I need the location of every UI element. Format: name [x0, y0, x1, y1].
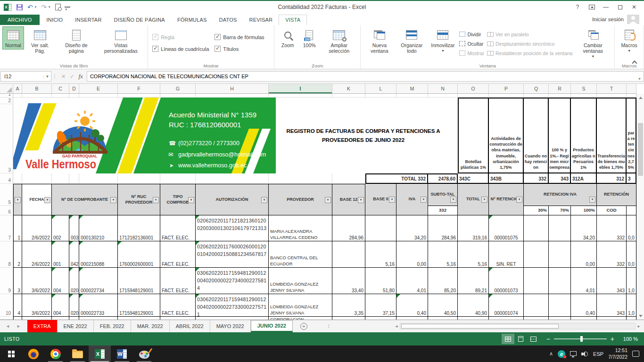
column-header-u[interactable]: [627, 84, 636, 93]
cell-tipo-row3[interactable]: FACT. ELEC.: [160, 268, 196, 294]
header-total[interactable]: TOTAL: [458, 184, 489, 215]
cell-nret-row2[interactable]: SIN. RET: [489, 241, 524, 268]
report-title[interactable]: REGISTRO DE FACTURAS DE COMPRA Y RETENCI…: [269, 98, 458, 173]
cell-code-6[interactable]: 312: [597, 173, 627, 184]
header-ruc[interactable]: Nº RUC PROVEEDOR: [118, 184, 160, 215]
cell-c2-row1[interactable]: 003: [69, 215, 79, 241]
cell-code-3[interactable]: 332: [524, 173, 549, 184]
undo-dropdown-icon[interactable]: ▾: [35, 5, 37, 9]
ribbon-tab-dise-o-de-p-gina[interactable]: DISEÑO DE PÁGINA: [108, 15, 171, 25]
header-tipo[interactable]: TIPO COMPROB: [160, 184, 196, 215]
hide-button[interactable]: Ocultar: [459, 40, 484, 48]
cell-code-7[interactable]: 3: [627, 173, 636, 184]
expand-formula-bar-icon[interactable]: ▼: [636, 71, 644, 82]
tax-header-cell-2[interactable]: Actividades de construcción de obra mate…: [489, 98, 524, 173]
column-header-C[interactable]: C: [52, 84, 69, 93]
normal-view-shortcut[interactable]: [502, 334, 514, 344]
cell-total-row3[interactable]: 89,21: [458, 268, 489, 294]
tab-scroll-right-icon[interactable]: ►: [17, 324, 21, 329]
horizontal-scrollbar[interactable]: ◄ ►: [393, 322, 642, 330]
tab-bar-splitter[interactable]: ⁞: [328, 324, 330, 329]
keyboard-language[interactable]: ESP: [593, 351, 603, 357]
filter-button[interactable]: [516, 197, 522, 203]
row-header-6[interactable]: 6: [0, 206, 13, 215]
cell-fecha-row1[interactable]: 2/6/2022: [22, 215, 52, 241]
cell-aut-row2[interactable]: 0206202201176000260001200104200021508812…: [196, 241, 269, 268]
cell-nret-row3[interactable]: 000001073: [489, 268, 524, 294]
ribbon-tab-inicio[interactable]: INICIO: [41, 15, 69, 25]
filter-button[interactable]: [261, 197, 267, 203]
zoom-button[interactable]: Zoom: [277, 26, 298, 49]
scroll-right-icon[interactable]: ►: [636, 324, 642, 329]
column-header-H[interactable]: H: [196, 84, 269, 93]
close-button[interactable]: ✕: [627, 1, 641, 13]
filter-button[interactable]: [421, 197, 427, 203]
cell-total-row4[interactable]: 40,90: [458, 294, 489, 317]
cell-extra-row3[interactable]: 1,0: [627, 268, 636, 294]
row-header-2[interactable]: 2: [0, 98, 13, 104]
page-break-view-button[interactable]: Ver salt. Pág.: [24, 26, 56, 55]
zoom-out-button[interactable]: −: [546, 336, 550, 342]
checkbox-titulos[interactable]: Títulos: [215, 46, 273, 52]
cell-subtotal-row4[interactable]: 40,50: [428, 294, 458, 317]
sheet-tab-mayo-2022[interactable]: MAYO 2022: [210, 320, 251, 332]
cell-subtotal-row2[interactable]: 5,16: [428, 241, 458, 268]
ribbon-tab-insertar[interactable]: INSERTAR: [69, 15, 107, 25]
cell-tipo-row4[interactable]: FACT. ELEC.: [160, 294, 196, 317]
clock[interactable]: 12:51 7/7/2022: [608, 347, 627, 360]
taskbar-chrome[interactable]: [44, 346, 66, 362]
filter-button[interactable]: [450, 197, 456, 203]
cell-aut-row3[interactable]: 0306202201171594812900120040200000227340…: [196, 268, 269, 294]
column-header-T[interactable]: T: [597, 84, 627, 93]
view-side-by-side-button[interactable]: Ver en paralelo: [487, 30, 572, 38]
filter-button[interactable]: [44, 197, 50, 203]
checkbox-regla[interactable]: Regla: [152, 34, 215, 40]
cell-tipo-row1[interactable]: FACT. ELEC.: [160, 215, 196, 241]
page-layout-view-button[interactable]: Diseño de página: [56, 26, 96, 55]
ribbon-tab-f-rmulas[interactable]: FÓRMULAS: [171, 15, 213, 25]
sheet-tab-ene-2022[interactable]: ENE 2022: [58, 320, 94, 332]
new-sheet-button[interactable]: +: [300, 323, 307, 330]
cell-base12-row2[interactable]: [332, 241, 365, 268]
header-base12[interactable]: BASE 12: [332, 184, 365, 215]
filter-button[interactable]: [15, 197, 21, 203]
cell-c1-row4[interactable]: 004: [52, 294, 69, 317]
normal-view-button[interactable]: Normal: [2, 26, 24, 49]
cell-total-value[interactable]: 2478,60: [428, 173, 458, 184]
checkbox-lineas-cuadricula[interactable]: Líneas de cuadrícula: [152, 46, 215, 52]
column-header-F[interactable]: F: [118, 84, 160, 93]
cell-p30-row3[interactable]: [524, 268, 549, 294]
unhide-button[interactable]: Mostrar: [459, 49, 484, 57]
cell-subtotal-row1[interactable]: 284,96: [428, 215, 458, 241]
cell-extra-row2[interactable]: 0,0: [627, 241, 636, 268]
cell-c2-row3[interactable]: 020: [69, 268, 79, 294]
sheet-tab-abril-2022[interactable]: ABRIL 2022: [170, 320, 210, 332]
cell-base12-row4[interactable]: 3,35: [332, 294, 365, 317]
taskbar-firefox[interactable]: [22, 346, 44, 362]
column-header-A[interactable]: A: [13, 84, 22, 93]
cell-c3-row2[interactable]: 000215088: [79, 241, 118, 268]
filter-button[interactable]: [325, 197, 331, 203]
cell-code-5[interactable]: 312A: [571, 173, 597, 184]
header-autorizacion[interactable]: AUTORIZACIÓN: [196, 184, 269, 215]
switch-windows-button[interactable]: Cambiar ventanas ▼: [574, 26, 612, 60]
column-header-B[interactable]: B: [22, 84, 52, 93]
header-comprobante[interactable]: Nº DE COMPROBANTE: [52, 184, 118, 215]
zoom-level[interactable]: 100 %: [617, 336, 638, 342]
antivirus-icon[interactable]: e: [558, 350, 565, 358]
cell-base12-row1[interactable]: 284,96: [332, 215, 365, 241]
column-header-Q[interactable]: Q: [524, 84, 549, 93]
reset-window-position-button[interactable]: Restablecer posición de la ventana: [487, 49, 572, 57]
print-preview-button[interactable]: [55, 4, 61, 10]
cell-p70-row4[interactable]: [549, 294, 571, 317]
cell-ruc-row4[interactable]: 1715948129001: [118, 294, 160, 317]
cell-cod-row1[interactable]: 332: [597, 215, 627, 241]
split-button[interactable]: Dividir: [459, 30, 484, 38]
column-header-L[interactable]: L: [365, 84, 396, 93]
cell-p100-row2[interactable]: 0,00: [571, 241, 597, 268]
cell-fecha-row4[interactable]: 3/6/2022: [22, 294, 52, 317]
taskbar-excel[interactable]: X: [89, 346, 111, 362]
column-header-P[interactable]: P: [489, 84, 524, 93]
column-header-R[interactable]: R: [549, 84, 571, 93]
filter-button[interactable]: [589, 197, 595, 203]
